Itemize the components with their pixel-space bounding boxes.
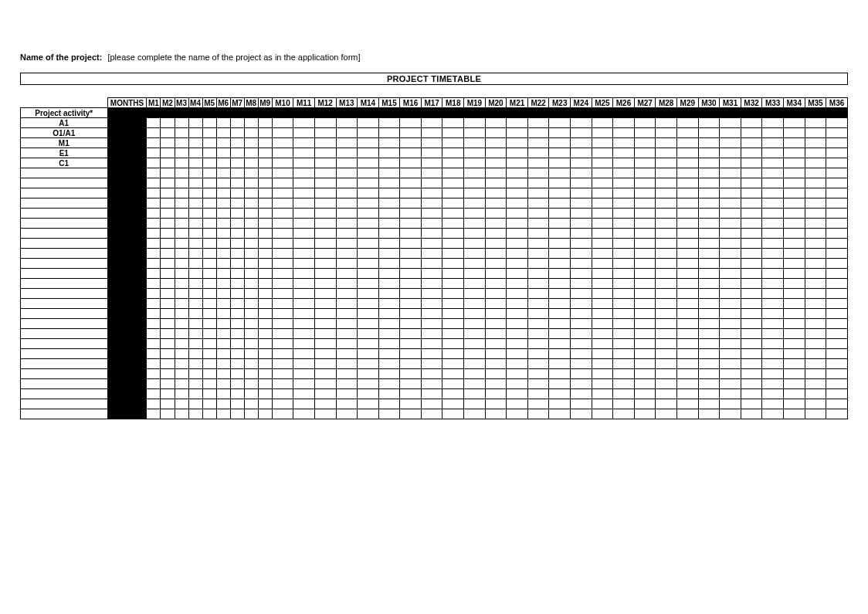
black-cell — [720, 108, 741, 118]
black-cell — [244, 108, 258, 118]
timetable-cell — [442, 138, 464, 148]
timetable-cell — [783, 128, 805, 138]
timetable-cell — [826, 389, 848, 399]
month-col-m15: M15 — [378, 98, 400, 108]
timetable-cell — [400, 369, 422, 379]
timetable-cell — [720, 349, 741, 359]
timetable-cell — [634, 259, 656, 269]
timetable-cell — [826, 379, 848, 389]
timetable-cell — [698, 198, 720, 209]
months-black-cell — [107, 369, 147, 379]
timetable-cell — [656, 138, 677, 148]
timetable-cell — [442, 379, 464, 389]
timetable-cell — [571, 178, 592, 188]
timetable-cell — [741, 289, 762, 299]
timetable-cell — [244, 299, 258, 309]
timetable-cell — [464, 198, 486, 209]
timetable-cell — [216, 409, 230, 419]
timetable-cell — [592, 389, 613, 399]
timetable-cell — [634, 128, 656, 138]
timetable-cell — [358, 349, 379, 359]
project-timetable-title: PROJECT TIMETABLE — [20, 73, 848, 85]
black-cell — [826, 108, 848, 118]
timetable-cell — [741, 269, 762, 279]
timetable-cell — [720, 339, 741, 349]
timetable-cell — [485, 138, 507, 148]
timetable-cell — [698, 269, 720, 279]
activity-label — [21, 399, 108, 409]
timetable-cell — [378, 349, 400, 359]
timetable-cell — [485, 269, 507, 279]
month-col-m14: M14 — [358, 98, 379, 108]
timetable-cell — [464, 168, 486, 178]
timetable-cell — [527, 369, 549, 379]
timetable-cell — [147, 319, 161, 329]
timetable-cell — [762, 309, 784, 319]
timetable-cell — [421, 369, 442, 379]
timetable-cell — [826, 289, 848, 299]
timetable-cell — [698, 209, 720, 219]
timetable-cell — [741, 339, 762, 349]
timetable-cell — [507, 188, 528, 198]
timetable-cell — [175, 349, 188, 359]
timetable-cell — [464, 219, 486, 229]
timetable-cell — [442, 369, 464, 379]
timetable-cell — [147, 409, 161, 419]
timetable-cell — [762, 389, 784, 399]
timetable-cell — [677, 399, 699, 409]
timetable-cell — [741, 148, 762, 158]
timetable-cell — [216, 188, 230, 198]
months-black-cell — [107, 359, 147, 369]
timetable-cell — [258, 389, 272, 399]
timetable-cell — [188, 279, 202, 289]
timetable-cell — [314, 118, 336, 128]
timetable-cell — [358, 209, 379, 219]
timetable-cell — [741, 128, 762, 138]
month-col-m12: M12 — [314, 98, 336, 108]
timetable-cell — [783, 279, 805, 289]
timetable-cell — [147, 359, 161, 369]
timetable-cell — [741, 259, 762, 269]
timetable-cell — [293, 158, 315, 168]
timetable-cell — [783, 118, 805, 128]
timetable-cell — [258, 239, 272, 249]
activity-label — [21, 168, 108, 178]
timetable-cell — [720, 319, 741, 329]
timetable-cell — [613, 198, 635, 209]
timetable-cell — [216, 148, 230, 158]
timetable-cell — [258, 198, 272, 209]
activity-label — [21, 289, 108, 299]
timetable-cell — [244, 198, 258, 209]
timetable-cell — [485, 259, 507, 269]
timetable-cell — [783, 198, 805, 209]
timetable-cell — [549, 158, 571, 168]
timetable-cell — [358, 389, 379, 399]
timetable-cell — [258, 269, 272, 279]
timetable-cell — [571, 319, 592, 329]
timetable-cell — [464, 188, 486, 198]
timetable-cell — [613, 399, 635, 409]
timetable-cell — [677, 289, 699, 299]
timetable-cell — [230, 269, 244, 279]
timetable-cell — [314, 158, 336, 168]
timetable-cell — [244, 118, 258, 128]
timetable-cell — [293, 118, 315, 128]
timetable-cell — [400, 269, 422, 279]
timetable-cell — [230, 339, 244, 349]
black-cell — [464, 108, 486, 118]
timetable-cell — [613, 168, 635, 178]
timetable-cell — [216, 339, 230, 349]
timetable-cell — [272, 399, 293, 409]
month-col-m32: M32 — [741, 98, 762, 108]
timetable-cell — [175, 359, 188, 369]
timetable-cell — [826, 399, 848, 409]
timetable-cell — [358, 299, 379, 309]
timetable-cell — [762, 168, 784, 178]
timetable-cell — [378, 369, 400, 379]
timetable-cell — [549, 349, 571, 359]
timetable-cell — [677, 148, 699, 158]
timetable-cell — [421, 118, 442, 128]
black-cell — [613, 108, 635, 118]
timetable-cell — [188, 118, 202, 128]
timetable-cell — [698, 229, 720, 239]
